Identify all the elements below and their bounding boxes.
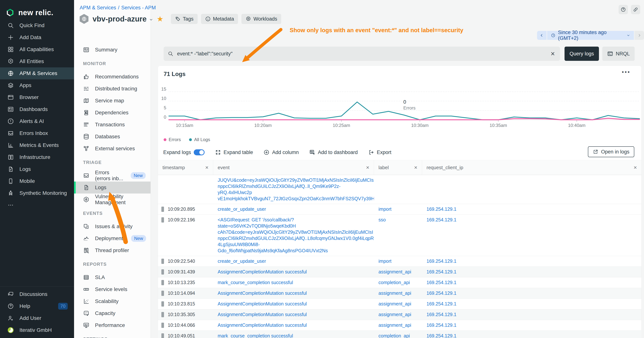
event-link[interactable]: 4LgSjsuUW8B0Mi8-Gdo_f6ofWhjpatNs9jaMs9qK… [218,241,370,254]
label-link[interactable]: import [378,258,391,264]
subnav-item-external-services[interactable]: External services [74,143,150,155]
permalink-button[interactable] [631,5,640,14]
tags-button[interactable]: Tags [171,14,198,24]
sidebar-item-add-user[interactable]: Add User [0,312,74,324]
log-row[interactable]: 10:10:14.094AssignmentCompletionMutation… [158,288,642,299]
event-link[interactable]: create_or_update_user [218,206,370,212]
entity-name[interactable]: vbv-prod-azure [92,15,146,23]
remove-column-label[interactable]: × [414,164,417,171]
subnav-item-service-levels[interactable]: Service levels [74,283,150,295]
subnav-item-distributed-tracing[interactable]: Distributed tracing [74,83,150,95]
subnav-item-sla[interactable]: SLA [74,271,150,283]
sidebar-item-logs[interactable]: Logs [0,163,74,175]
ip-link[interactable]: 169.254.129.1 [426,269,456,274]
event-link[interactable]: cAh7D&code=eyJraWQiOiJjcGltY29yZV8wOTl1M… [218,229,370,235]
ip-link[interactable]: 169.254.129.1 [426,322,456,328]
log-row[interactable]: 10:10:35.305AssignmentCompletionMutation… [158,309,642,320]
log-row[interactable]: 10:09:22.196<ASGIRequest: GET '/sso/call… [158,215,642,256]
sidebar-item-mobile[interactable]: Mobile [0,175,74,187]
sidebar-item-alerts-ai[interactable]: Alerts & AI [0,115,74,127]
sidebar-item-apps[interactable]: Apps [0,79,74,91]
event-link[interactable]: AssignmentCompletionMutation successful [218,269,370,275]
subnav-item-capacity[interactable]: Capacity [74,307,150,319]
remove-column-event[interactable]: × [366,164,369,171]
remove-column-request-client-ip[interactable]: × [634,164,637,171]
log-row[interactable]: 10:09:31.439AssignmentCompletionMutation… [158,267,642,277]
remove-column-timestamp[interactable]: × [205,164,208,171]
event-link[interactable]: AssignmentCompletionMutation successful [218,301,370,307]
subnav-item-deployments[interactable]: DeploymentsNew [74,232,150,244]
sidebar-item-apm-services[interactable]: APM & Services [0,67,74,79]
ip-link[interactable]: 169.254.129.1 [426,258,456,264]
ip-link[interactable]: 169.254.129.1 [426,301,456,306]
sidebar-item-infrastructure[interactable]: Infrastructure [0,151,74,163]
breadcrumb-services-apm[interactable]: Services - APM [121,5,156,11]
export-button[interactable]: Export [368,149,391,155]
label-link[interactable]: import [378,206,391,212]
event-link[interactable]: nppcCI6IkRlZmxhdGUiLCJzZXliOilxLjAifQ..L… [218,235,370,241]
event-link[interactable]: create_or_update_user [218,258,370,264]
label-link[interactable]: assignment_api [378,312,411,317]
sidebar-item-browser[interactable]: Browser [0,91,74,103]
add-to-dashboard-button[interactable]: Add to dashboard [309,149,358,155]
sidebar-item-dashboards[interactable]: Dashboards [0,103,74,115]
panel-menu-button[interactable]: ••• [622,69,630,75]
label-link[interactable]: assignment_api [378,290,411,296]
event-link[interactable]: AssignmentCompletionMutation successful [218,311,370,317]
subnav-item-summary[interactable]: Summary [74,44,150,56]
subnav-item-performance[interactable]: Performance [74,319,150,331]
nrql-button[interactable]: NRQL [602,47,635,61]
time-range-button[interactable]: Since 30 minutes ago (GMT+2) [547,31,634,40]
subnav-item-service-map[interactable]: Service map [74,95,150,107]
event-link[interactable]: nppcCI6IkRlZmxhdGUiLCJzZXliOilxLjAifQ..l… [218,183,370,196]
ip-link[interactable]: 169.254.129.1 [426,312,456,317]
subnav-item-dependencies[interactable]: Dependencies [74,107,150,119]
log-row[interactable]: 10:09:22.540create_or_update_userimport1… [158,256,642,267]
favorite-star-icon[interactable]: ★ [157,15,164,23]
legend-all-logs[interactable]: All Logs [189,137,210,142]
sidebar-item-metrics-events[interactable]: Metrics & Events [0,139,74,151]
query-logs-button[interactable]: Query logs [564,47,599,61]
event-link[interactable]: mark_course_completion successful [218,333,370,338]
sidebar-item-quick-find[interactable]: Quick Find [0,20,74,32]
log-row[interactable]: 10:09:20.895create_or_update_userimport1… [158,204,642,215]
time-back-button[interactable] [537,31,546,40]
workloads-button[interactable]: Workloads [242,14,281,24]
subnav-item-errors-errors-inb[interactable]: Errors (errors inb...New [74,170,150,182]
sidebar-item-add-data[interactable]: Add Data [0,32,74,44]
logs-timeseries-chart[interactable]: 15105010:15am10:20am10:25am10:30am10:35a… [158,85,642,128]
ip-link[interactable]: 169.254.129.1 [426,206,456,212]
log-row[interactable]: 10:10:44.066AssignmentCompletionMutation… [158,320,642,331]
time-forward-button[interactable] [634,31,644,40]
sidebar-item-synthetic-monitoring[interactable]: Synthetic Monitoring [0,187,74,199]
subnav-item-transactions[interactable]: Transactions [74,119,150,131]
expand-table-button[interactable]: Expand table [215,149,253,155]
label-link[interactable]: assignment_api [378,322,411,328]
sidebar-item-discussions[interactable]: Discussions [0,288,74,300]
subnav-item-logs[interactable]: Logs [74,182,150,193]
legend-errors[interactable]: Errors [164,137,181,142]
sidebar-item-more[interactable] [0,199,74,211]
chevron-down-icon[interactable] [149,18,153,22]
sidebar-item-iterativ-gmbh[interactable]: Iterativ GmbH [0,324,74,336]
add-column-button[interactable]: Add column [264,149,299,155]
metadata-button[interactable]: Metadata [201,14,238,24]
expand-logs-toggle[interactable]: Expand logs [163,149,204,155]
help-button[interactable] [618,5,628,14]
sidebar-item-all-capabilities[interactable]: All Capabilities [0,44,74,55]
event-link[interactable]: AssignmentCompletionMutation successful [218,322,370,328]
log-row[interactable]: 10:10:49.051mark_course_completion succe… [158,331,642,338]
subnav-item-issues-activity[interactable]: Issues & activity [74,220,150,232]
sidebar-item-all-entities[interactable]: All Entities [0,55,74,67]
ip-link[interactable]: 169.254.129.1 [426,280,456,285]
event-link[interactable]: AssignmentCompletionMutation successful [218,290,370,296]
event-link[interactable]: mark_course_completion successful [218,279,370,286]
log-row[interactable]: 10:10:13.235mark_course_completion succe… [158,277,642,288]
toggle-on-icon[interactable] [194,149,204,155]
subnav-item-scalability[interactable]: Scalability [74,295,150,307]
open-in-logs-button[interactable]: Open in logs [588,146,634,157]
sidebar-item-help[interactable]: Help70 [0,300,74,312]
ip-link[interactable]: 169.254.129.1 [426,290,456,296]
label-link[interactable]: completion_api [378,280,410,285]
event-link[interactable]: <ASGIRequest: GET '/sso/callback/?state=… [218,217,370,229]
